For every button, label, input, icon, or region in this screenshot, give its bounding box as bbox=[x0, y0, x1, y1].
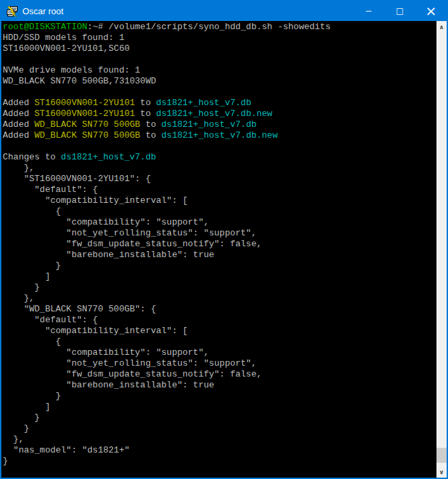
terminal-line: Added WD_BLACK SN770 500GB to ds1821+_ho… bbox=[3, 119, 436, 130]
terminal-line: } bbox=[3, 261, 436, 271]
terminal-line: ] bbox=[3, 402, 436, 413]
terminal-line bbox=[3, 141, 436, 152]
terminal-line: "compatibility": "support", bbox=[3, 347, 436, 358]
terminal-line: Added ST16000VN001-2YU101 to ds1821+_hos… bbox=[3, 109, 436, 119]
titlebar[interactable]: Oscar root ─ □ × bbox=[1, 1, 447, 21]
terminal-line bbox=[3, 87, 436, 98]
terminal-line: NVMe drive models found: 1 bbox=[3, 65, 436, 76]
terminal-line: } bbox=[3, 413, 436, 423]
terminal-line: ] bbox=[3, 271, 436, 282]
terminal-line: Added WD_BLACK SN770 500GB to ds1821+_ho… bbox=[3, 130, 436, 141]
maximize-button[interactable]: □ bbox=[384, 1, 415, 21]
terminal-output[interactable]: root@DISKSTATION:~# /volume1/scripts/syn… bbox=[1, 21, 436, 478]
putty-icon-svg bbox=[7, 6, 18, 17]
terminal-line: "default": { bbox=[3, 185, 436, 195]
window-controls: ─ □ × bbox=[353, 1, 447, 21]
chevron-down-icon: ∨ bbox=[439, 469, 444, 476]
scrollbar-thumb[interactable] bbox=[436, 448, 447, 463]
scrollbar[interactable]: ∧ ∨ bbox=[436, 21, 447, 478]
terminal-line: "barebone_installable": true bbox=[3, 250, 436, 261]
terminal-line: Changes to ds1821+_host_v7.db bbox=[3, 152, 436, 163]
putty-window: Oscar root ─ □ × root@DISKSTATION:~# /vo… bbox=[0, 0, 448, 479]
terminal-line: "fw_dsm_update_status_notify": false, bbox=[3, 369, 436, 380]
terminal-line: "compatibility": "support", bbox=[3, 217, 436, 228]
terminal-line: { bbox=[3, 206, 436, 217]
terminal-line bbox=[3, 54, 436, 65]
window-title: Oscar root bbox=[22, 1, 353, 21]
terminal-line: ST16000VN001-2YU101,SC60 bbox=[3, 43, 436, 54]
terminal-line: "compatibility_interval": [ bbox=[3, 326, 436, 337]
putty-icon[interactable] bbox=[7, 6, 18, 17]
terminal-line: } bbox=[3, 423, 436, 434]
terminal-line: "nas_model": "ds1821+" bbox=[3, 445, 436, 456]
terminal-line: "fw_dsm_update_status_notify": false, bbox=[3, 239, 436, 250]
chevron-up-icon: ∧ bbox=[439, 24, 444, 31]
terminal-line: "not_yet_rolling_status": "support", bbox=[3, 228, 436, 239]
close-button[interactable]: × bbox=[415, 1, 447, 21]
terminal-line: root@DISKSTATION:~# /volume1/scripts/syn… bbox=[3, 22, 436, 33]
terminal-line: "compatibility_interval": [ bbox=[3, 195, 436, 206]
minimize-icon: ─ bbox=[366, 6, 371, 16]
terminal-line: "WD_BLACK SN770 500GB": { bbox=[3, 304, 436, 315]
terminal-line: }, bbox=[3, 163, 436, 174]
terminal-line: "not_yet_rolling_status": "support", bbox=[3, 358, 436, 369]
minimize-button[interactable]: ─ bbox=[353, 1, 384, 21]
terminal-line: }, bbox=[3, 293, 436, 304]
terminal-line: } bbox=[3, 456, 436, 467]
terminal-line: } bbox=[3, 282, 436, 293]
scroll-down-button[interactable]: ∨ bbox=[436, 466, 447, 478]
terminal-line: } bbox=[3, 391, 436, 402]
terminal-line: HDD/SSD models found: 1 bbox=[3, 33, 436, 43]
maximize-icon: □ bbox=[396, 6, 403, 16]
scroll-up-button[interactable]: ∧ bbox=[436, 21, 447, 33]
terminal-line: "default": { bbox=[3, 315, 436, 326]
window-body: root@DISKSTATION:~# /volume1/scripts/syn… bbox=[1, 21, 447, 478]
terminal-line: "barebone_installable": true bbox=[3, 380, 436, 391]
terminal-line: "ST16000VN001-2YU101": { bbox=[3, 174, 436, 185]
terminal-line: Added ST16000VN001-2YU101 to ds1821+_hos… bbox=[3, 98, 436, 109]
terminal-line: WD_BLACK SN770 500GB,731030WD bbox=[3, 76, 436, 87]
terminal-line: { bbox=[3, 337, 436, 347]
terminal-line: }, bbox=[3, 434, 436, 445]
close-icon: × bbox=[426, 3, 437, 19]
